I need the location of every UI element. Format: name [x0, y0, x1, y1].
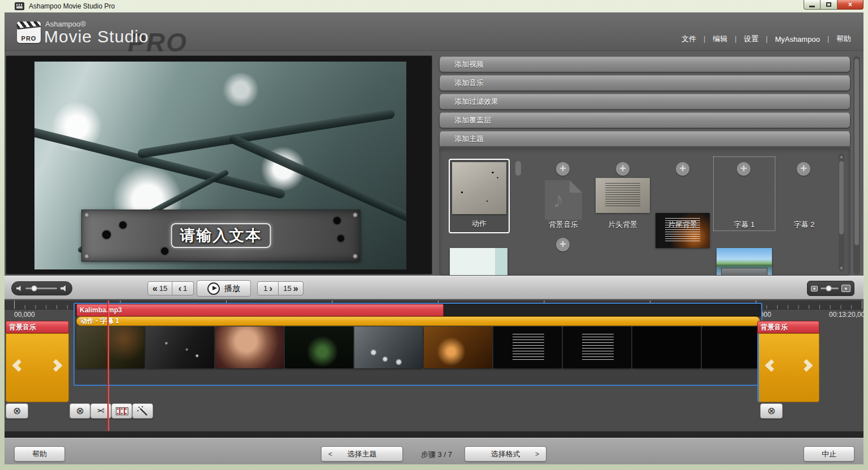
- step-indicator: 步骤 3 / 7: [421, 450, 452, 460]
- step-back-button[interactable]: ‹ 1: [172, 281, 194, 295]
- step-forward-button[interactable]: 1 ›: [257, 281, 279, 295]
- scroll-down-icon[interactable]: ▼: [839, 266, 844, 271]
- help-button[interactable]: 帮助: [14, 446, 65, 462]
- theme-title-bar[interactable]: 动作 - 字幕 1: [76, 316, 760, 326]
- screw-icon: [84, 212, 89, 217]
- menu-separator: |: [704, 35, 705, 43]
- filmstrip-thumbnail[interactable]: [285, 327, 353, 368]
- delete-left-clip-button[interactable]: ⊗: [6, 403, 28, 419]
- zoom-slider[interactable]: [821, 288, 839, 289]
- menu-item-file[interactable]: 文件: [682, 34, 696, 44]
- filmstrip-thumbnail[interactable]: [632, 327, 701, 368]
- wand-button[interactable]: [132, 403, 153, 419]
- right-music-clip-body[interactable]: [757, 333, 819, 402]
- add-plus-icon[interactable]: +: [676, 162, 689, 176]
- theme-label: 字幕 2: [773, 220, 835, 230]
- menu-item-settings[interactable]: 设置: [744, 34, 758, 44]
- filmstrip-thumbnail[interactable]: [493, 327, 562, 368]
- menu-item-myashampoo[interactable]: MyAshampoo: [775, 35, 819, 43]
- brand-name-large: Movie Studio: [44, 27, 149, 46]
- menu-item-edit[interactable]: 编辑: [713, 34, 727, 44]
- add-theme-header[interactable]: 添加主题: [439, 131, 850, 147]
- app-icon: [15, 2, 24, 10]
- prev-chevron-icon[interactable]: [12, 359, 25, 372]
- bullet-hole: [119, 221, 127, 229]
- zoom-control[interactable]: [807, 281, 854, 296]
- filmstrip-thumbnail[interactable]: [563, 327, 631, 368]
- delete-clip-button[interactable]: ⊗: [70, 403, 90, 419]
- maximize-icon: [826, 2, 831, 7]
- step-back-value: 1: [183, 284, 187, 293]
- window-controls: ×: [804, 0, 863, 10]
- footer-bar: 帮助 < 选择主题 步骤 3 / 7 选择格式 > 中止: [5, 438, 863, 464]
- next-chevron-icon[interactable]: [800, 359, 813, 372]
- theme-thumbnail[interactable]: [450, 248, 507, 276]
- zoom-out-icon[interactable]: [811, 286, 818, 291]
- add-music-button[interactable]: 添加音乐: [439, 75, 850, 91]
- filmstrip-thumbnail[interactable]: [424, 327, 492, 368]
- close-button[interactable]: ×: [837, 0, 863, 10]
- theme-thumbnail: [596, 178, 650, 213]
- theme-scrollbar[interactable]: ▲ ▼: [839, 153, 844, 272]
- theme-scrollbar-thumb[interactable]: [839, 161, 844, 234]
- maximize-button[interactable]: [821, 0, 837, 10]
- volume-slider[interactable]: [25, 288, 57, 289]
- filmstrip-thumbnail[interactable]: [354, 327, 423, 368]
- menu-item-help[interactable]: 帮助: [836, 34, 851, 44]
- screw-icon: [353, 254, 358, 259]
- skip-forward-button[interactable]: 15 »: [279, 281, 303, 295]
- minimize-button[interactable]: [804, 0, 821, 10]
- minimize-icon: [809, 6, 815, 7]
- add-overlay-button[interactable]: 添加覆盖层: [439, 112, 850, 128]
- trim-icon: [116, 407, 128, 415]
- next-chevron-icon[interactable]: [50, 359, 63, 372]
- mute-icon[interactable]: [16, 286, 22, 291]
- panel-scrollbar-thumb[interactable]: [854, 59, 859, 245]
- volume-control[interactable]: [11, 281, 72, 295]
- next-step-label: 选择格式: [491, 449, 520, 459]
- add-plus-icon[interactable]: +: [556, 238, 570, 251]
- left-music-clip-header[interactable]: 背景音乐: [6, 321, 69, 333]
- add-plus-icon[interactable]: +: [737, 162, 750, 176]
- footer-divider: [5, 431, 863, 438]
- right-music-clip-header[interactable]: 背景音乐: [757, 321, 819, 333]
- scroll-up-icon[interactable]: ▲: [839, 154, 844, 159]
- filmstrip-thumbnail[interactable]: [215, 327, 284, 368]
- filmstrip-thumbnail[interactable]: [146, 327, 214, 368]
- speaker-icon[interactable]: [60, 285, 67, 291]
- bullet-hole: [102, 230, 111, 239]
- zoom-knob[interactable]: [826, 285, 832, 291]
- selected-clip-group[interactable]: Kalimba.mp3 动作 - 字幕 1: [73, 303, 762, 386]
- app-window: Ashampoo Movie Studio Pro × PRO PRO Asha…: [0, 0, 868, 470]
- next-step-button[interactable]: 选择格式 >: [465, 446, 546, 462]
- theme-item-action[interactable]: 动作: [449, 159, 510, 233]
- zoom-in-icon[interactable]: [841, 285, 850, 292]
- add-plus-icon[interactable]: +: [616, 162, 630, 176]
- filmstrip-thumbnail[interactable]: [76, 327, 145, 368]
- volume-knob[interactable]: [31, 285, 37, 291]
- add-plus-icon[interactable]: +: [556, 162, 570, 176]
- add-video-button[interactable]: 添加视频: [439, 56, 850, 72]
- pro-badge: PRO: [17, 35, 41, 42]
- left-music-clip-body[interactable]: [6, 333, 69, 402]
- filmstrip-thumbnail[interactable]: [702, 327, 761, 368]
- delete-right-clip-button[interactable]: ⊗: [760, 403, 783, 419]
- overlay-text[interactable]: 请输入文本: [171, 223, 271, 248]
- screw-icon: [84, 254, 89, 259]
- abort-button[interactable]: 中止: [804, 446, 854, 462]
- add-plus-icon[interactable]: +: [797, 162, 810, 176]
- timeline: 00,000 00:01:40,000 00:03:20,000 00:05:0…: [5, 299, 863, 435]
- skip-back-button[interactable]: « 15: [147, 281, 172, 295]
- prev-chevron-icon[interactable]: [765, 359, 778, 372]
- forward-buttons: 1 › 15 »: [257, 281, 303, 295]
- play-button[interactable]: 播放: [197, 280, 251, 297]
- music-clip-kalimba[interactable]: Kalimba.mp3: [76, 304, 444, 316]
- theme-label: 动作: [448, 219, 510, 229]
- backward-buttons: « 15 ‹ 1: [147, 281, 194, 295]
- trim-button[interactable]: [111, 403, 132, 419]
- add-filter-button[interactable]: 添加过滤效果: [439, 94, 850, 110]
- panel-scrollbar[interactable]: [853, 56, 860, 275]
- prev-step-button[interactable]: < 选择主题: [321, 446, 403, 462]
- text-overlay-plate[interactable]: 请输入文本: [81, 210, 361, 262]
- playhead[interactable]: [107, 301, 108, 432]
